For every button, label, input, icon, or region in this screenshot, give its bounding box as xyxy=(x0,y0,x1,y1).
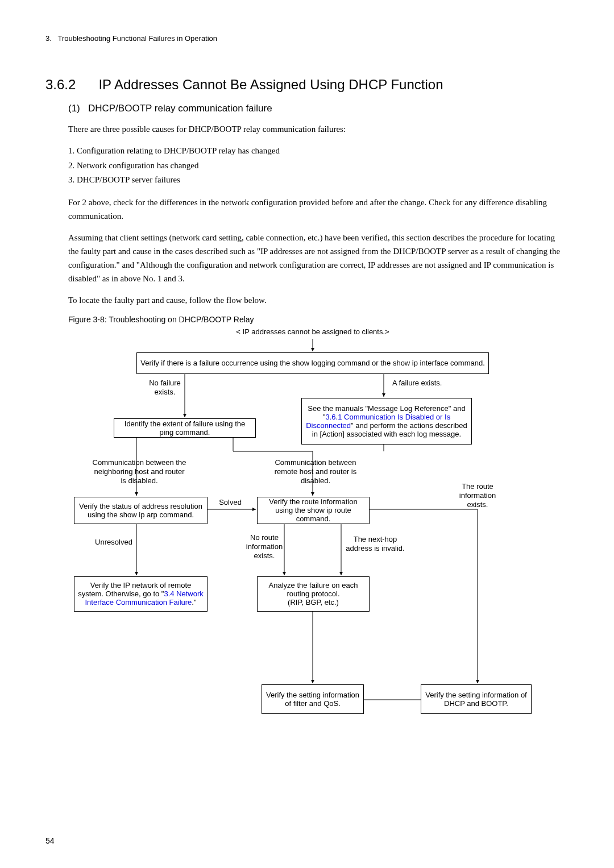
section-heading: 3.6.2 IP Addresses Cannot Be Assigned Us… xyxy=(45,77,569,93)
page-header: 3. Troubleshooting Functional Failures i… xyxy=(45,34,569,43)
flow-box-arp: Verify the status of address resolution … xyxy=(74,497,208,524)
label-nexthop: The next-hop address is invalid. xyxy=(341,535,409,554)
section-title: IP Addresses Cannot Be Assigned Using DH… xyxy=(98,77,443,93)
flow-box5-text: Verify the route information using the s… xyxy=(261,497,366,523)
flow-box9-text: Verify the setting information of DHCP a… xyxy=(425,691,528,708)
page-number: 54 xyxy=(45,836,55,845)
label-route-exists: The route information exists. xyxy=(449,482,506,510)
list-item-2: 2. Network configuration has changed xyxy=(68,159,569,173)
cause-list: 1. Configuration relating to DHCP/BOOTP … xyxy=(68,144,569,188)
subsection-heading: (1) DHCP/BOOTP relay communication failu… xyxy=(68,103,569,114)
flow-box3-text: See the manuals "Message Log Reference" … xyxy=(305,404,468,438)
flow-start-label: < IP addresses cannot be assigned to cli… xyxy=(216,327,409,337)
label-unresolved: Unresolved xyxy=(88,538,139,547)
label-no-route: No route information exists. xyxy=(239,533,290,561)
figure-caption: Figure 3-8: Troubleshooting on DHCP/BOOT… xyxy=(68,315,569,324)
label-failure-exists: A failure exists. xyxy=(392,379,460,388)
paragraph-3: Assuming that client settings (network c… xyxy=(68,231,563,285)
flow-box-filter-qos: Verify the setting information of filter… xyxy=(262,684,364,714)
flow-box7-text: Analyze the failure on each routing prot… xyxy=(261,581,366,607)
flow-box2-text: Identify the extent of failure using the… xyxy=(118,420,252,437)
paragraph-4: To locate the faulty part and cause, fol… xyxy=(68,293,563,307)
label-comm-neighbor: Communication between the neighboring ho… xyxy=(91,458,188,486)
section-number: 3.6.2 xyxy=(45,77,76,93)
label-no-failure: No failure exists. xyxy=(142,379,188,397)
flow-box-remote-network: Verify the IP network of remote system. … xyxy=(74,576,208,612)
chapter-number: 3. xyxy=(45,34,52,43)
flow-box6-text: Verify the IP network of remote system. … xyxy=(78,581,204,607)
chapter-title: Troubleshooting Functional Failures in O… xyxy=(57,34,217,43)
box6-post: ." xyxy=(192,598,196,607)
flowchart: < IP addresses cannot be assigned to cli… xyxy=(68,327,569,742)
flow-box8-text: Verify the setting information of filter… xyxy=(265,691,360,708)
flow-box-dhcp-bootp: Verify the setting information of DHCP a… xyxy=(421,684,532,714)
label-solved: Solved xyxy=(213,498,247,507)
flow-box-message-log: See the manuals "Message Log Reference" … xyxy=(301,398,472,445)
flow-box-verify-failure: Verify if there is a failure occurrence … xyxy=(136,352,489,374)
list-item-3: 3. DHCP/BOOTP server failures xyxy=(68,173,569,188)
paragraph-1: There are three possible causes for DHCP… xyxy=(68,122,563,136)
flow-box-routing-protocol: Analyze the failure on each routing prot… xyxy=(257,576,370,612)
subsection-title: DHCP/BOOTP relay communication failure xyxy=(88,103,272,114)
flow-box1-text: Verify if there is a failure occurrence … xyxy=(140,359,485,367)
paragraph-2: For 2 above, check for the differences i… xyxy=(68,196,563,223)
flow-box-ping: Identify the extent of failure using the… xyxy=(114,418,256,438)
flow-box-route: Verify the route information using the s… xyxy=(257,497,370,524)
label-comm-remote: Communication between remote host and ro… xyxy=(267,458,364,486)
list-item-1: 1. Configuration relating to DHCP/BOOTP … xyxy=(68,144,569,159)
flow-box4-text: Verify the status of address resolution … xyxy=(78,502,204,519)
subsection-number: (1) xyxy=(68,103,80,114)
